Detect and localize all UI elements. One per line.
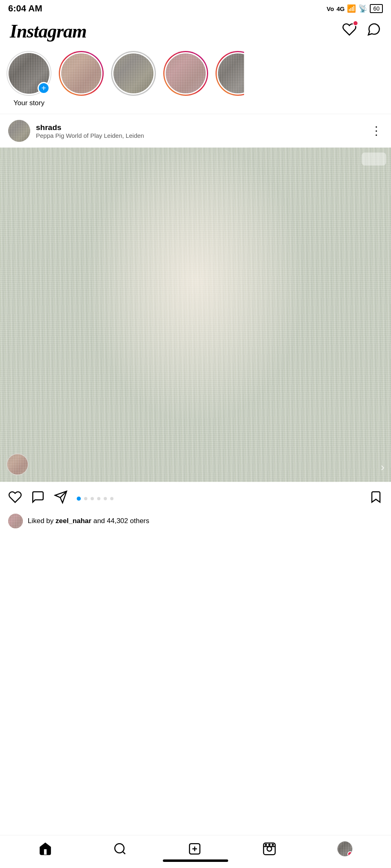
story-3-avatar-wrap — [163, 51, 208, 96]
post-actions-left — [8, 490, 113, 507]
post-avatar-image — [8, 120, 30, 142]
messenger-icon — [367, 22, 381, 37]
post-location: Peppa Pig World of Play Leiden, Leiden — [36, 132, 144, 139]
post-user[interactable]: shrads Peppa Pig World of Play Leiden, L… — [8, 120, 144, 142]
liker-name-1[interactable]: zeel_nahar — [56, 517, 91, 525]
your-story-item[interactable]: + Your story — [7, 51, 51, 107]
share-icon — [54, 490, 68, 504]
liked-by-label: Liked by — [28, 517, 53, 525]
story-4-image — [218, 53, 244, 93]
post-username: shrads — [36, 123, 144, 132]
like-button[interactable] — [8, 490, 22, 507]
story-1-avatar-wrap — [59, 51, 104, 96]
post-photo — [0, 148, 391, 482]
your-story-avatar-wrap: + — [7, 51, 51, 96]
post-actions — [0, 486, 391, 510]
post-next-button[interactable]: › — [381, 461, 384, 474]
save-button[interactable] — [369, 490, 383, 507]
story-item-4[interactable] — [215, 51, 244, 99]
activity-button[interactable] — [342, 22, 357, 40]
liker-avatar — [8, 514, 23, 528]
post-more-button[interactable]: ⋮ — [371, 125, 383, 137]
dot-3 — [91, 497, 94, 500]
story-1-ring — [59, 51, 104, 96]
add-story-badge: + — [38, 82, 50, 94]
story-1-image — [61, 53, 101, 93]
dot-2 — [84, 497, 87, 500]
status-icons: Vo 4G 📶 📡 60 — [327, 4, 383, 13]
liker-others: and 44,302 others — [93, 517, 149, 525]
post-image-inner: › — [0, 148, 391, 482]
share-button[interactable] — [54, 490, 68, 507]
dot-1 — [77, 497, 81, 501]
nav-spacer — [0, 532, 391, 581]
story-1-avatar — [60, 52, 102, 95]
dot-6 — [110, 497, 113, 500]
app-header: Instagram — [0, 16, 391, 47]
post-corner-element — [362, 152, 386, 166]
story-3-ring — [163, 51, 208, 96]
story-2-ring — [111, 51, 156, 96]
your-story-label: Your story — [13, 99, 44, 107]
like-icon — [8, 490, 22, 504]
story-4-avatar-wrap — [215, 51, 244, 96]
dot-indicators — [77, 495, 113, 502]
story-3-avatar — [164, 52, 207, 95]
post: shrads Peppa Pig World of Play Leiden, L… — [0, 114, 391, 532]
lte-icon: 4G — [336, 5, 344, 12]
story-2-image — [113, 53, 153, 93]
story-item-1[interactable] — [59, 51, 104, 99]
stories-row: + Your story — [0, 47, 391, 114]
post-image[interactable]: › — [0, 148, 391, 482]
status-bar: 6:04 AM Vo 4G 📶 📡 60 — [0, 0, 391, 16]
likes-text: Liked by zeel_nahar and 44,302 others — [28, 517, 149, 525]
post-likes: Liked by zeel_nahar and 44,302 others — [0, 512, 391, 532]
signal-icon: 📶 — [347, 4, 356, 13]
story-2-avatar — [112, 52, 155, 95]
story-2-avatar-wrap — [111, 51, 156, 96]
instagram-logo: Instagram — [10, 20, 87, 42]
dot-4 — [97, 497, 100, 500]
wifi-icon: 📡 — [358, 4, 367, 13]
bottom-avatar-image — [7, 454, 28, 475]
bookmark-icon — [369, 490, 383, 504]
status-time: 6:04 AM — [8, 3, 42, 14]
vo-icon: Vo — [327, 5, 334, 12]
battery-icon: 60 — [370, 4, 383, 13]
liker-avatar-image — [8, 514, 23, 528]
dot-indicators-wrap — [0, 482, 391, 512]
comment-button[interactable] — [31, 490, 45, 507]
notification-badge — [353, 20, 358, 26]
messages-button[interactable] — [367, 22, 381, 40]
story-3-image — [166, 53, 206, 93]
post-user-info: shrads Peppa Pig World of Play Leiden, L… — [36, 123, 144, 139]
post-header: shrads Peppa Pig World of Play Leiden, L… — [0, 114, 391, 148]
post-user-avatar — [8, 120, 30, 142]
story-item-3[interactable] — [163, 51, 208, 99]
post-bottom-left-avatar — [7, 453, 29, 475]
story-4-ring — [215, 51, 244, 96]
comment-icon — [31, 490, 45, 504]
header-icons — [342, 22, 381, 40]
story-4-avatar — [217, 52, 244, 95]
dot-5 — [104, 497, 107, 500]
story-item-2[interactable] — [111, 51, 156, 99]
